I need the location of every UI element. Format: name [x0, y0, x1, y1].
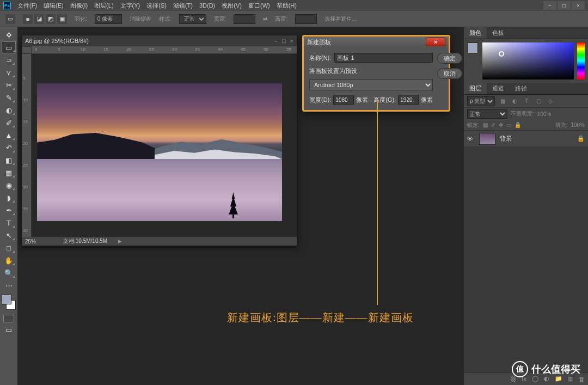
visibility-icon[interactable]: 👁 — [467, 136, 475, 142]
lasso-tool[interactable]: ⊃ — [2, 54, 15, 65]
lock-icon[interactable]: 🔒 — [577, 135, 585, 142]
subtract-selection-icon[interactable]: ◩ — [46, 14, 56, 24]
menu-type[interactable]: 文字(Y) — [120, 2, 140, 10]
fill-value[interactable]: 100% — [571, 122, 585, 128]
lock-all-icon[interactable]: 🔒 — [514, 122, 521, 128]
document-statusbar: 25% 文档:10.5M/10.5M ▶ — [22, 237, 297, 246]
menubar: Ps 文件(F) 编辑(E) 图像(I) 图层(L) 文字(Y) 选择(S) 滤… — [0, 0, 588, 11]
panels-area: 颜色 色板 图层 通道 路径 ρ 类型 ▩ ◐ T ▢ ◇ — [464, 27, 588, 385]
doc-maximize-icon[interactable]: □ — [282, 38, 286, 44]
filter-type-icon[interactable]: T — [522, 98, 531, 104]
zoom-tool[interactable]: 🔍 — [2, 267, 15, 278]
menu-3d[interactable]: 3D(D) — [199, 2, 215, 9]
paths-tab[interactable]: 路径 — [510, 83, 532, 94]
dodge-tool[interactable]: ◗ — [2, 192, 15, 203]
close-button[interactable]: × — [572, 1, 585, 10]
zoom-level[interactable]: 25% — [25, 239, 52, 245]
quick-mask-button[interactable] — [3, 315, 14, 322]
maximize-button[interactable]: □ — [558, 1, 571, 10]
doc-minimize-icon[interactable]: − — [274, 38, 277, 44]
magic-wand-tool[interactable]: ⋎ — [2, 67, 15, 78]
layer-row[interactable]: 👁 背景 🔒 — [464, 131, 588, 147]
foreground-color[interactable] — [2, 295, 11, 304]
dialog-width-input[interactable] — [333, 95, 354, 105]
hand-tool[interactable]: ✋ — [2, 255, 15, 266]
layer-thumbnail[interactable] — [479, 133, 495, 145]
menu-select[interactable]: 选择(S) — [146, 2, 167, 10]
menu-edit[interactable]: 编辑(E) — [44, 2, 64, 10]
height-input[interactable] — [295, 14, 317, 24]
filter-shape-icon[interactable]: ▢ — [534, 98, 543, 104]
blur-tool[interactable]: ◉ — [2, 180, 15, 191]
ok-button[interactable]: 确定 — [437, 53, 462, 64]
screen-mode-button[interactable]: ▭ — [2, 324, 15, 335]
add-selection-icon[interactable]: ◪ — [34, 14, 44, 24]
filter-image-icon[interactable]: ▩ — [498, 98, 507, 104]
hue-slider[interactable] — [577, 42, 585, 80]
move-tool[interactable]: ✥ — [2, 29, 15, 40]
doc-close-icon[interactable]: × — [290, 38, 293, 44]
path-select-tool[interactable]: ↖ — [2, 230, 15, 241]
gradient-tool[interactable]: ▦ — [2, 167, 15, 178]
name-input[interactable] — [334, 53, 433, 63]
color-preview[interactable] — [467, 42, 478, 53]
color-tab[interactable]: 颜色 — [464, 27, 487, 39]
document-title: A6.jpg @ 25%(RGB/8#) — [25, 38, 89, 44]
document-titlebar[interactable]: A6.jpg @ 25%(RGB/8#) − □ × — [22, 35, 297, 46]
brush-tool[interactable]: ✐ — [2, 117, 15, 128]
menu-file[interactable]: 文件(F) — [17, 2, 37, 10]
lock-transparency-icon[interactable]: ▩ — [483, 122, 488, 128]
menu-window[interactable]: 窗口(W) — [248, 2, 270, 10]
menu-layer[interactable]: 图层(L) — [94, 2, 113, 10]
menu-help[interactable]: 帮助(H) — [277, 2, 297, 10]
cancel-button[interactable]: 取消 — [437, 68, 462, 79]
feather-input[interactable] — [95, 14, 122, 24]
crop-tool[interactable]: ✂ — [2, 80, 15, 90]
menu-view[interactable]: 视图(V) — [222, 2, 242, 10]
refine-button[interactable]: 选择并遮住... — [324, 15, 356, 23]
layers-tab[interactable]: 图层 — [464, 83, 487, 94]
type-tool[interactable]: T — [2, 217, 15, 228]
channels-tab[interactable]: 通道 — [487, 83, 510, 94]
stamp-tool[interactable]: ▲ — [2, 130, 15, 140]
lock-pixels-icon[interactable]: ✐ — [491, 122, 495, 128]
healing-tool[interactable]: ◐ — [2, 105, 15, 115]
filter-adjust-icon[interactable]: ◐ — [510, 98, 519, 104]
style-select[interactable]: 正常 — [179, 14, 206, 24]
width-input[interactable] — [234, 14, 255, 24]
horizontal-ruler: 0 5 10 15 20 25 30 35 40 45 50 55 — [32, 46, 297, 54]
eraser-tool[interactable]: ◧ — [2, 155, 15, 166]
minimize-button[interactable]: − — [543, 1, 556, 10]
status-chevron-icon[interactable]: ▶ — [118, 239, 122, 244]
new-selection-icon[interactable]: ■ — [23, 14, 33, 24]
history-brush-tool[interactable]: ↶ — [2, 142, 15, 153]
edit-toolbar[interactable]: ⋯ — [2, 280, 15, 291]
swap-icon[interactable]: ⇄ — [263, 16, 267, 22]
dialog-close-button[interactable]: ✕ — [426, 38, 445, 46]
intersect-selection-icon[interactable]: ▣ — [57, 14, 67, 24]
swatches-tab[interactable]: 色板 — [487, 27, 510, 39]
layer-filter-select[interactable]: ρ 类型 — [467, 96, 495, 106]
layers-panel: ρ 类型 ▩ ◐ T ▢ ◇ 正常 不透明度: 100% 锁定: ▩ ✐ ✥ ▭… — [464, 95, 588, 385]
layer-name[interactable]: 背景 — [500, 135, 512, 143]
marquee-tool[interactable]: ▭ — [2, 42, 15, 53]
canvas-content[interactable] — [32, 54, 297, 237]
filter-smart-icon[interactable]: ◇ — [546, 98, 555, 104]
eyedropper-tool[interactable]: ✎ — [2, 92, 15, 103]
opacity-value[interactable]: 100% — [537, 111, 552, 117]
marquee-tool-icon[interactable]: ▭ — [5, 14, 15, 24]
lock-position-icon[interactable]: ✥ — [499, 122, 503, 128]
antialias-label: 消除锯齿 — [130, 15, 151, 23]
preset-select[interactable]: Android 1080p — [309, 80, 433, 90]
color-field[interactable] — [482, 42, 574, 80]
menu-image[interactable]: 图像(I) — [70, 2, 88, 10]
lock-artboard-icon[interactable]: ▭ — [506, 122, 511, 128]
shape-tool[interactable]: □ — [2, 242, 15, 253]
color-swatches[interactable] — [2, 295, 16, 310]
blend-mode-select[interactable]: 正常 — [467, 109, 507, 119]
menu-filter[interactable]: 滤镜(T) — [173, 2, 193, 10]
dialog-titlebar[interactable]: 新建画板 ✕ — [304, 36, 449, 47]
dialog-height-input[interactable] — [398, 95, 419, 105]
pen-tool[interactable]: ✒ — [2, 205, 15, 216]
color-picker-cursor — [499, 51, 504, 57]
